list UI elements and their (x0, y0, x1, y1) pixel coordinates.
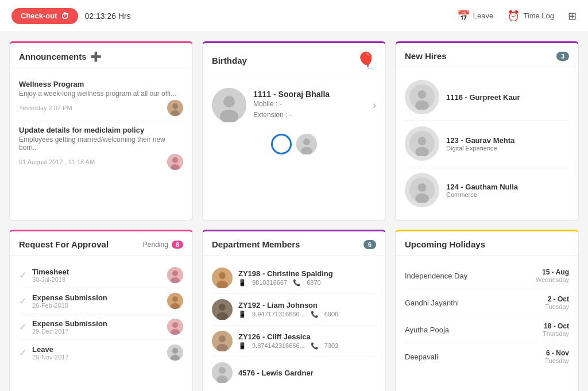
hire-avatar-0 (405, 80, 439, 114)
approval-count: 8 (172, 241, 183, 249)
header-actions: 📅 Leave ⏰ Time Log ⊞ (457, 10, 577, 22)
new-hires-title: New Hires (405, 51, 447, 61)
new-hires-header: New Hires 3 (396, 43, 578, 67)
holiday-name-1: Gandhi Jayanthi (405, 299, 459, 307)
main-grid: Announcements ➕ Wellness Program Enjoy a… (0, 32, 588, 391)
leave-action[interactable]: 📅 Leave (457, 10, 493, 22)
approval-date-2: 29-Dec-2017 (32, 328, 161, 335)
dept-item-1: ZY192 - Liam Johnson 📱9.947171316666... … (212, 294, 376, 326)
approval-title-0: Timesheet (32, 268, 161, 276)
check-icon-2: ✓ (19, 322, 26, 332)
checkout-button[interactable]: Check-out ⏱ (11, 8, 78, 24)
approval-info-1: Expense Submission 26-Feb-2018 (32, 293, 161, 309)
holiday-item-0: Independence Day 15 - Aug Wednesday (405, 262, 569, 289)
holiday-name-0: Independence Day (405, 272, 467, 280)
dept-info-0: ZY198 - Christine Spalding 📱9810316667 📞… (238, 269, 333, 287)
announcement-title-1: Wellness Program (19, 80, 183, 88)
holidays-body: Independence Day 15 - Aug Wednesday Gand… (396, 255, 578, 377)
dept-avatar-1 (212, 299, 233, 320)
dept-info-1: ZY192 - Liam Johnson 📱9.947171316666... … (238, 301, 338, 318)
approval-info-2: Expense Submission 29-Dec-2017 (32, 319, 161, 335)
approval-title: Request For Approval (19, 239, 109, 249)
svg-point-28 (172, 322, 178, 328)
holiday-name-2: Ayutha Pooja (405, 326, 449, 334)
dept-ext-icon-0: 📞 (293, 279, 301, 287)
holiday-date-3: 6 - Nov Tuesday (545, 349, 569, 364)
dept-name-2: ZY126 - Cliff Jessica (238, 332, 338, 341)
approval-title-1: Expense Submission (32, 293, 161, 302)
svg-point-37 (219, 304, 226, 311)
dept-name-3: 4576 - Lewis Gardner (238, 369, 314, 377)
announcement-time-2: 01 August 2017 , 11:18 AM (19, 158, 95, 165)
dept-item-0: ZY198 - Christine Spalding 📱9810316667 📞… (212, 262, 376, 294)
apps-action[interactable]: ⊞ (568, 10, 577, 22)
approval-header: Request For Approval Pending 8 (10, 231, 192, 255)
dept-avatar-3 (212, 362, 233, 383)
check-icon-3: ✓ (19, 347, 26, 358)
hire-info-2: 124 - Gautham Nulla Commerce (446, 183, 518, 198)
approval-body: ✓ Timesheet 30-Jul-2018 ✓ Expense Submis… (10, 255, 192, 372)
birthday-dots (271, 134, 317, 154)
hire-name-2: 124 - Gautham Nulla (446, 183, 518, 191)
department-header: Department Members 6 (203, 231, 385, 255)
approval-item-2: ✓ Expense Submission 29-Dec-2017 (19, 314, 183, 340)
dept-item-3: 4576 - Lewis Gardner (212, 357, 376, 388)
approval-date-1: 26-Feb-2018 (32, 302, 161, 309)
birthday-title: Birthday (212, 56, 247, 65)
svg-point-34 (219, 272, 226, 279)
new-hires-badge: 3 (556, 52, 569, 61)
svg-point-13 (418, 90, 427, 99)
header: Check-out ⏱ 02:13:26 Hrs 📅 Leave ⏰ Time … (0, 0, 588, 32)
timelog-action[interactable]: ⏰ Time Log (507, 10, 554, 22)
birthday-extension: Extension : - (253, 110, 366, 121)
dept-info-2: ZY126 - Cliff Jessica 📱9.874142316666...… (238, 332, 338, 350)
announcement-item-2: Update details for mediclaim policy Empl… (19, 121, 183, 175)
birthday-dot-active[interactable] (271, 134, 292, 154)
add-announcement-icon[interactable]: ➕ (90, 51, 102, 62)
approval-title-3: Leave (32, 345, 161, 354)
holiday-name-3: Deepavali (405, 353, 438, 361)
announcements-header: Announcements ➕ (10, 43, 192, 68)
department-title: Department Members (212, 239, 300, 249)
hire-name-0: 1116 - Gurpreet Kaur (446, 93, 520, 102)
pending-label: Pending (143, 241, 168, 249)
dept-item-2: ZY126 - Cliff Jessica 📱9.874142316666...… (212, 326, 376, 357)
announcements-title: Announcements ➕ (19, 51, 102, 62)
hire-item-1: 123 - Gaurav Mehta Digital Experience (405, 121, 569, 167)
svg-point-16 (418, 137, 427, 145)
birthday-top: 1111 - Sooraj Bhalla Mobile : - Extensio… (212, 88, 376, 122)
birthday-employee-id-name: 1111 - Sooraj Bhalla (253, 90, 366, 99)
svg-point-25 (172, 296, 178, 302)
svg-point-19 (418, 183, 427, 192)
approval-card: Request For Approval Pending 8 ✓ Timeshe… (9, 230, 193, 391)
announcement-avatar-1 (167, 100, 183, 116)
announcement-desc-1: Enjoy a week-long wellness program at al… (19, 90, 183, 98)
approval-avatar-3 (167, 344, 183, 361)
svg-point-40 (219, 335, 226, 342)
dept-contact-2: 📱9.874142316666... 📞7302 (238, 342, 338, 350)
holiday-date-2: 18 - Oct Thursday (543, 322, 569, 337)
svg-point-43 (219, 367, 226, 374)
approval-info-3: Leave 29-Nov-2017 (32, 345, 161, 361)
birthday-avatar (212, 88, 246, 122)
svg-point-22 (172, 270, 178, 276)
birthday-chevron-icon[interactable]: › (373, 99, 376, 111)
approval-item-1: ✓ Expense Submission 26-Feb-2018 (19, 288, 183, 314)
hire-name-1: 123 - Gaurav Mehta (446, 136, 514, 145)
announcement-footer-2: 01 August 2017 , 11:18 AM (19, 154, 183, 170)
approval-date-0: 30-Jul-2018 (32, 276, 161, 283)
check-icon-1: ✓ (19, 296, 26, 307)
dept-info-3: 4576 - Lewis Gardner (238, 369, 314, 377)
dept-phone-icon-2: 📱 (238, 342, 246, 350)
svg-point-4 (172, 157, 178, 163)
approval-title-2: Expense Submission (32, 319, 161, 328)
dept-phone-icon-0: 📱 (238, 279, 246, 287)
dept-contact-0: 📱9810316667 📞6870 (238, 279, 333, 287)
department-badge: 6 (363, 240, 376, 249)
dept-avatar-2 (212, 331, 233, 351)
hire-avatar-2 (405, 173, 439, 207)
holidays-card: Upcoming Holidays Independence Day 15 - … (395, 230, 579, 391)
checkout-label: Check-out (21, 11, 57, 20)
birthday-dot-next[interactable] (296, 134, 317, 154)
dept-avatar-0 (212, 268, 233, 288)
